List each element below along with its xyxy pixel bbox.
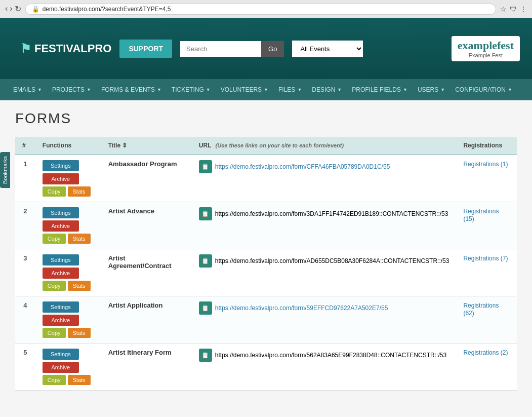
- logo-text: FESTIVALPRO: [34, 42, 111, 55]
- row-functions-3: SettingsArchiveCopyStats: [35, 249, 101, 296]
- row-functions-5: SettingsArchiveCopyStats: [35, 344, 101, 391]
- row-registrations-5: Registrations (2): [456, 344, 517, 391]
- row-functions-2: SettingsArchiveCopyStats: [35, 202, 101, 249]
- btn-row-5: CopyStats: [43, 375, 94, 385]
- settings-button-4[interactable]: Settings: [43, 301, 79, 313]
- nav-profile-fields[interactable]: PROFILE FIELDS ▼: [347, 79, 413, 100]
- table-row: 1SettingsArchiveCopyStatsAmbassador Prog…: [15, 155, 517, 202]
- nav-forms-events[interactable]: FORMS & EVENTS ▼: [96, 79, 167, 100]
- stats-button-3[interactable]: Stats: [68, 281, 91, 291]
- nav-configuration-arrow: ▼: [508, 87, 512, 92]
- bookmarks-tab[interactable]: Bookmarks: [0, 152, 10, 188]
- stats-button-4[interactable]: Stats: [68, 328, 91, 338]
- nav-design-label: DESIGN: [312, 86, 335, 93]
- browser-nav[interactable]: ‹ › ↻: [5, 4, 21, 14]
- form-title-text-2: Artist Advance: [108, 207, 154, 215]
- stats-button-5[interactable]: Stats: [68, 375, 91, 385]
- page-title: FORMS: [15, 110, 517, 127]
- copy-url-icon-button-4[interactable]: 📋: [199, 301, 212, 315]
- archive-button-4[interactable]: Archive: [43, 315, 79, 326]
- url-row-4: 📋https://demo.festivalpro.com/form/59EFF…: [199, 301, 449, 315]
- copy-button-5[interactable]: Copy: [43, 375, 66, 385]
- form-title-text-3: Artist Agreement/Contract: [108, 254, 172, 270]
- url-col-note: (Use these links on your site to each fo…: [215, 142, 344, 148]
- nav-emails[interactable]: EMAILS ▼: [8, 79, 47, 100]
- settings-button-2[interactable]: Settings: [43, 207, 79, 218]
- form-title-text-5: Artist Itinerary Form: [108, 349, 172, 356]
- nav-projects[interactable]: PROJECTS ▼: [47, 79, 96, 100]
- registrations-link-3[interactable]: Registrations (7): [463, 255, 508, 262]
- copy-button-4[interactable]: Copy: [43, 328, 66, 338]
- nav-emails-arrow: ▼: [37, 87, 42, 92]
- copy-button-3[interactable]: Copy: [43, 281, 66, 291]
- reload-icon[interactable]: ↻: [15, 4, 21, 14]
- go-button[interactable]: Go: [261, 41, 284, 57]
- url-text: demo.festivalpro.com/?searchEvent&TYPE=4…: [43, 6, 171, 13]
- form-url-text-3: https://demo.festivalpro.com/form/AD655D…: [215, 257, 449, 264]
- row-url-4: 📋https://demo.festivalpro.com/form/59EFF…: [192, 296, 457, 344]
- form-url-link-4[interactable]: https://demo.festivalpro.com/form/59EFFC…: [215, 305, 388, 312]
- form-title-text-4: Artist Application: [108, 301, 163, 309]
- btn-row-4: CopyStats: [43, 328, 94, 338]
- registrations-link-2[interactable]: Registrations (15): [463, 208, 499, 222]
- nav-design-arrow: ▼: [337, 87, 342, 92]
- nav-profile-fields-arrow: ▼: [403, 87, 407, 92]
- bookmark-icon[interactable]: ☆: [500, 5, 507, 13]
- browser-bar: ‹ › ↻ 🔒 demo.festivalpro.com/?searchEven…: [0, 0, 532, 18]
- settings-button-5[interactable]: Settings: [43, 349, 79, 360]
- nav-forms-events-arrow: ▼: [157, 87, 161, 92]
- table-row: 3SettingsArchiveCopyStatsArtist Agreemen…: [15, 249, 517, 296]
- nav-design[interactable]: DESIGN ▼: [307, 79, 347, 100]
- col-title[interactable]: Title ⇕: [101, 137, 192, 155]
- copy-url-icon-button-2[interactable]: 📋: [199, 207, 212, 220]
- btn-row-1: CopyStats: [43, 186, 94, 197]
- url-row-5: 📋https://demo.festivalpro.com/form/562A8…: [199, 349, 449, 362]
- registrations-link-1[interactable]: Registrations (1): [463, 161, 508, 168]
- registrations-link-5[interactable]: Registrations (2): [463, 349, 508, 356]
- nav-ticketing[interactable]: TICKETING ▼: [167, 79, 216, 100]
- nav-configuration[interactable]: CONFIGURATION ▼: [450, 79, 517, 100]
- menu-icon[interactable]: ⋮: [520, 5, 527, 13]
- row-functions-4: SettingsArchiveCopyStats: [35, 296, 101, 344]
- browser-url-bar[interactable]: 🔒 demo.festivalpro.com/?searchEvent&TYPE…: [25, 4, 496, 15]
- nav-files-label: FILES: [278, 86, 295, 93]
- nav-users[interactable]: USERS ▼: [413, 79, 450, 100]
- brand-name: examplefest: [458, 39, 514, 52]
- stats-button-1[interactable]: Stats: [68, 186, 91, 197]
- nav-projects-arrow: ▼: [87, 87, 91, 92]
- row-num-4: 4: [15, 296, 35, 344]
- form-url-link-1[interactable]: https://demo.festivalpro.com/form/CFFA46…: [215, 163, 390, 170]
- nav-volunteers[interactable]: VOLUNTEERS ▼: [216, 79, 273, 100]
- events-dropdown[interactable]: All Events: [292, 41, 363, 57]
- row-title-1: Ambassador Program: [101, 155, 192, 202]
- registrations-link-4[interactable]: Registrations (62): [463, 302, 499, 317]
- support-button[interactable]: SUPPORT: [119, 40, 172, 58]
- row-url-1: 📋https://demo.festivalpro.com/form/CFFA4…: [192, 155, 457, 202]
- row-title-4: Artist Application: [101, 296, 192, 344]
- settings-button-3[interactable]: Settings: [43, 254, 79, 266]
- col-registrations: Registrations: [456, 137, 517, 155]
- row-num-1: 1: [15, 155, 35, 202]
- settings-button-1[interactable]: Settings: [43, 160, 79, 171]
- form-url-text-5: https://demo.festivalpro.com/form/562A83…: [215, 352, 446, 359]
- nav-users-arrow: ▼: [440, 87, 445, 92]
- col-url: URL (Use these links on your site to eac…: [192, 137, 457, 155]
- archive-button-5[interactable]: Archive: [43, 362, 79, 373]
- copy-url-icon-button-1[interactable]: 📋: [199, 160, 212, 173]
- site-header: ⚑ FESTIVALPRO SUPPORT Go All Events exam…: [0, 18, 532, 79]
- archive-button-3[interactable]: Archive: [43, 268, 79, 279]
- nav-files[interactable]: FILES ▼: [273, 79, 307, 100]
- copy-button-2[interactable]: Copy: [43, 234, 66, 244]
- copy-url-icon-button-3[interactable]: 📋: [199, 254, 212, 268]
- copy-url-icon-button-5[interactable]: 📋: [199, 349, 212, 362]
- page-content: FORMS # Functions Title ⇕ URL (Use these…: [0, 100, 532, 401]
- archive-button-2[interactable]: Archive: [43, 220, 79, 232]
- table-row: 4SettingsArchiveCopyStatsArtist Applicat…: [15, 296, 517, 344]
- back-icon[interactable]: ‹: [5, 4, 8, 14]
- copy-button-1[interactable]: Copy: [43, 186, 66, 197]
- stats-button-2[interactable]: Stats: [68, 234, 91, 244]
- row-num-3: 3: [15, 249, 35, 296]
- search-input[interactable]: [180, 41, 261, 57]
- archive-button-1[interactable]: Archive: [43, 173, 79, 184]
- forward-icon[interactable]: ›: [10, 4, 12, 14]
